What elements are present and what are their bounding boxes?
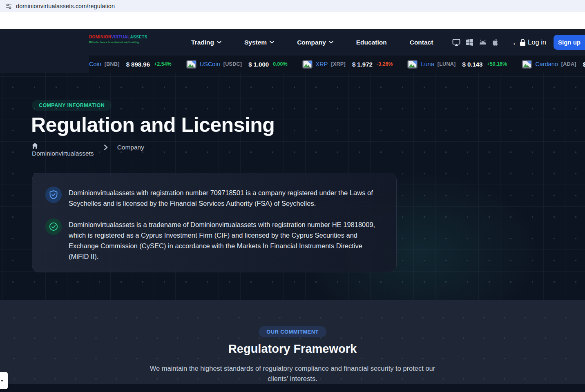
chevron-down-icon — [270, 41, 274, 44]
ticker-item-ada: Cardano [ADA] $0.40 -3.67% — [522, 60, 585, 69]
navbar-right: → Log in Sign up — [452, 29, 585, 56]
shield-check-icon — [45, 187, 62, 203]
ticker-coin-name[interactable]: Coin — [89, 61, 101, 67]
breadcrumb: Dominionvirtualassets Company — [32, 143, 144, 157]
ticker-coin-price: $1.972 — [352, 61, 373, 68]
broken-image-icon — [407, 60, 418, 69]
nav-item-system[interactable]: System — [244, 39, 274, 46]
ticker-item-luna: Luna [LUNA] $0.143 +50.16% — [407, 60, 507, 69]
desktop-icon[interactable] — [452, 39, 460, 46]
broken-image-icon — [302, 60, 313, 69]
home-icon — [32, 143, 38, 149]
chevron-down-icon — [329, 41, 333, 44]
arrow-right-icon: → — [509, 38, 517, 47]
regulation-item: Dominionvirtualassets is a tradename of … — [45, 218, 382, 262]
ticker-coin-symbol: [ADA] — [561, 61, 576, 67]
ticker-coin-name[interactable]: Cardano — [535, 61, 558, 67]
ticker-coin-symbol: [USDC] — [223, 61, 242, 67]
nav-item-company[interactable]: Company — [297, 39, 333, 46]
signup-button[interactable]: Sign up — [554, 35, 585, 50]
nav-item-education[interactable]: Education — [356, 39, 387, 46]
commitment-section: OUR COMMITMENT Regulatory Framework We m… — [0, 300, 585, 384]
chat-widget-icon — [1, 380, 3, 381]
ticker-coin-name[interactable]: USCoin — [200, 61, 220, 67]
nav-item-trading[interactable]: Trading — [191, 39, 221, 46]
site-navbar: DOMINIONVIRTUALASSETS Bitcoin, forex inv… — [0, 29, 585, 56]
crypto-ticker-bar: Coin [BNB] $898.96 +2.54% USCoin [USDC] … — [0, 56, 585, 73]
regulation-text: Dominionvirtualassets is a tradename of … — [69, 218, 382, 262]
regulation-card: Dominionvirtualassets with registration … — [32, 173, 397, 272]
main-nav: Trading System Company Education Contact — [191, 29, 433, 56]
commitment-description: We maintain the highest standards of reg… — [150, 363, 435, 384]
logo-tagline: Bitcoin, forex investment and trading — [89, 41, 147, 44]
breadcrumb-separator — [94, 145, 117, 150]
ticker-item-bnb: Coin [BNB] $898.96 +2.54% — [89, 61, 172, 68]
company-information-badge: COMPANY INFORMATION — [32, 100, 112, 111]
ticker-coin-change: +2.54% — [154, 61, 172, 67]
ticker-coin-name[interactable]: XRP — [316, 61, 328, 67]
ticker-item-usdc: USCoin [USDC] $1.000 0.00% — [186, 60, 288, 69]
breadcrumb-home-link[interactable]: Dominionvirtualassets — [32, 143, 94, 157]
hero-section: COMPANY INFORMATION Regulation and Licen… — [0, 73, 585, 300]
lock-icon — [519, 39, 526, 46]
breadcrumb-current: Company — [117, 144, 144, 151]
ticker-coin-symbol: [LUNA] — [438, 61, 456, 67]
ticker-coin-price: $1.000 — [248, 61, 269, 68]
windows-icon[interactable] — [466, 39, 473, 46]
ticker-coin-change: 0.00% — [273, 61, 287, 67]
page-title: Regulation and Licensing — [31, 114, 275, 136]
ticker-item-xrp: XRP [XRP] $1.972 -3.26% — [302, 60, 393, 69]
check-circle-icon — [45, 218, 62, 235]
ticker-coin-price: $898.96 — [126, 61, 150, 68]
ticker-track: Coin [BNB] $898.96 +2.54% USCoin [USDC] … — [89, 56, 585, 73]
regulation-text: Dominionvirtualassets with registration … — [69, 187, 382, 209]
ticker-coin-name[interactable]: Luna — [421, 61, 434, 67]
ticker-coin-price: $0.40 — [583, 61, 585, 68]
site-logo[interactable]: DOMINIONVIRTUALASSETS Bitcoin, forex inv… — [89, 35, 147, 44]
ticker-coin-symbol: [BNB] — [105, 61, 120, 67]
our-commitment-badge: OUR COMMITMENT — [259, 326, 326, 337]
broken-image-icon — [186, 60, 196, 69]
browser-window: dominionvirtualassets.com/regulation DOM… — [0, 0, 585, 392]
apple-icon[interactable] — [493, 39, 499, 46]
browser-url-bar[interactable]: dominionvirtualassets.com/regulation — [0, 0, 585, 12]
ticker-coin-change: -3.26% — [377, 61, 393, 67]
breadcrumb-home-label: Dominionvirtualassets — [32, 150, 94, 157]
next-section-edge — [0, 384, 585, 392]
android-icon[interactable] — [479, 40, 487, 45]
tune-icon[interactable] — [5, 3, 12, 10]
chevron-down-icon — [217, 41, 221, 44]
url-text[interactable]: dominionvirtualassets.com/regulation — [16, 3, 115, 9]
commitment-title: Regulatory Framework — [0, 342, 585, 356]
chat-widget-partial[interactable] — [0, 372, 8, 389]
logo-text: DOMINIONVIRTUALASSETS — [89, 35, 147, 40]
ticker-coin-price: $0.143 — [462, 61, 483, 68]
regulation-item: Dominionvirtualassets with registration … — [45, 187, 382, 209]
broken-image-icon — [522, 60, 532, 69]
login-label: Log in — [528, 38, 546, 46]
chevron-right-icon — [104, 145, 108, 150]
ticker-coin-change: +50.16% — [487, 61, 507, 67]
platform-icons — [452, 39, 499, 46]
page-top-whitespace — [0, 12, 585, 29]
ticker-coin-symbol: [XRP] — [331, 61, 346, 67]
nav-item-contact[interactable]: Contact — [410, 39, 433, 46]
login-link[interactable]: → Log in — [509, 38, 546, 47]
